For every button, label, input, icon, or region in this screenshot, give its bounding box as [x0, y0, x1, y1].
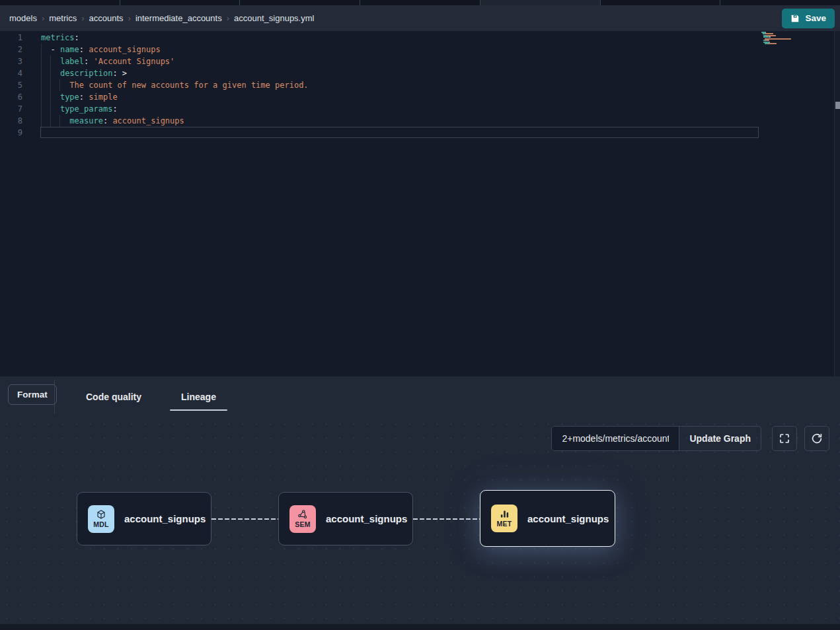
minimap-line	[761, 42, 804, 43]
code-line[interactable]: 6 type: simple	[0, 91, 840, 103]
code-line[interactable]: 2 - name: account_signups	[0, 44, 840, 55]
line-number: 7	[0, 103, 22, 115]
bottom-panel: Format Code qualityLineage Update Graph	[0, 376, 840, 630]
save-button-label: Save	[805, 13, 826, 23]
cube-badge: MDL	[88, 505, 114, 533]
code-line[interactable]: 7 type_params:	[0, 103, 840, 115]
top-tab-3[interactable]	[360, 0, 480, 5]
line-number: 8	[0, 115, 22, 127]
top-tab-1[interactable]	[120, 0, 241, 5]
code-line[interactable]: 5 The count of new accounts for a given …	[0, 79, 840, 91]
code-text: type: simple	[41, 91, 118, 103]
top-tab-6[interactable]	[720, 0, 840, 5]
node-label: account_signups	[326, 513, 407, 524]
node-label: account_signups	[527, 513, 609, 524]
top-tab-0[interactable]	[0, 0, 120, 5]
line-number: 2	[0, 44, 22, 55]
editor-tab-strip	[0, 0, 840, 5]
code-line[interactable]: 1metrics:	[0, 32, 840, 44]
code-text: metrics:	[41, 32, 79, 44]
line-number: 3	[0, 55, 22, 67]
lineage-canvas[interactable]: Update Graph MDLaccount_signupsSEMaccoun	[0, 417, 840, 624]
fullscreen-button[interactable]	[772, 426, 797, 451]
lineage-edge	[413, 518, 480, 520]
badge-label: MDL	[93, 520, 109, 528]
breadcrumb-separator-icon: ›	[128, 13, 131, 23]
lineage-node-sem[interactable]: SEMaccount_signups	[278, 492, 413, 545]
refresh-button[interactable]	[804, 426, 829, 451]
indent-guide	[50, 55, 51, 127]
breadcrumb-bar: models›metrics›accounts›intermediate_acc…	[0, 5, 840, 31]
tab-label: Lineage	[181, 392, 216, 402]
minimap-line	[761, 36, 804, 38]
minimap-line	[761, 32, 804, 33]
minimap-line	[761, 43, 804, 44]
minimap-line	[761, 35, 804, 36]
line-number: 1	[0, 32, 22, 44]
refresh-icon	[811, 433, 823, 444]
code-text: description: >	[41, 67, 127, 79]
lineage-node-met[interactable]: METaccount_signups	[480, 490, 615, 547]
code-text: type_params:	[41, 103, 118, 115]
save-icon	[790, 14, 800, 23]
node-label: account_signups	[124, 513, 206, 524]
panel-divider	[54, 380, 55, 414]
top-tab-4[interactable]	[480, 0, 601, 5]
breadcrumb: models›metrics›accounts›intermediate_acc…	[9, 13, 317, 23]
breadcrumb-item[interactable]: models	[9, 13, 37, 23]
minimap-line	[761, 33, 804, 34]
code-line[interactable]: 3 label: 'Account Signups'	[0, 55, 840, 67]
indent-guide	[59, 115, 60, 127]
breadcrumb-item[interactable]: account_signups.yml	[234, 13, 314, 23]
bar-chart-icon	[500, 509, 510, 519]
breadcrumb-separator-icon: ›	[42, 13, 44, 23]
bar-chart-badge: MET	[491, 505, 517, 532]
breadcrumb-separator-icon: ›	[227, 13, 229, 23]
minimap-line	[761, 40, 804, 41]
code-text: label: 'Account Signups'	[41, 55, 174, 67]
share-nodes-badge: SEM	[289, 505, 316, 533]
line-number: 6	[0, 91, 22, 103]
indent-guide	[59, 79, 60, 91]
cube-icon	[96, 509, 106, 520]
lineage-selector-group: Update Graph	[551, 426, 761, 451]
indent-guide	[41, 44, 42, 127]
tab-label: Code quality	[86, 392, 141, 402]
lineage-node-mdl[interactable]: MDLaccount_signups	[77, 492, 211, 545]
badge-label: SEM	[295, 520, 311, 528]
line-number: 5	[0, 79, 22, 91]
code-text: The count of new accounts for a given ti…	[41, 79, 309, 91]
share-nodes-icon	[297, 509, 308, 520]
breadcrumb-separator-icon: ›	[81, 13, 84, 23]
save-button[interactable]: Save	[782, 9, 835, 28]
code-text: measure: account_signups	[41, 115, 184, 127]
panel-bottom-strip	[0, 624, 840, 630]
badge-label: MET	[496, 520, 512, 528]
tab-code-quality[interactable]: Code quality	[66, 376, 161, 417]
minimap[interactable]	[761, 32, 804, 45]
code-text: - name: account_signups	[41, 44, 161, 55]
minimap-line	[761, 38, 804, 40]
code-editor[interactable]: 1metrics:2 - name: account_signups3 labe…	[0, 31, 840, 376]
line-number: 9	[0, 127, 22, 139]
code-lines: 1metrics:2 - name: account_signups3 labe…	[0, 31, 840, 139]
breadcrumb-item[interactable]: intermediate_accounts	[135, 13, 222, 23]
scrollbar-thumb[interactable]	[835, 102, 840, 109]
format-button[interactable]: Format	[8, 384, 57, 405]
tab-lineage[interactable]: Lineage	[161, 376, 236, 417]
lineage-selector-input[interactable]	[552, 427, 679, 450]
panel-tabs: Code qualityLineage	[66, 376, 236, 417]
active-line-highlight	[40, 127, 759, 138]
lineage-edge	[211, 518, 278, 520]
top-tab-5[interactable]	[601, 0, 721, 5]
breadcrumb-item[interactable]: accounts	[89, 13, 124, 23]
line-number: 4	[0, 67, 22, 79]
ide-window: models›metrics›accounts›intermediate_acc…	[0, 0, 840, 630]
update-graph-button[interactable]: Update Graph	[679, 427, 761, 450]
breadcrumb-item[interactable]: metrics	[49, 13, 77, 23]
fullscreen-icon	[779, 433, 790, 444]
editor-scrollbar[interactable]	[834, 31, 840, 376]
code-line[interactable]: 8 measure: account_signups	[0, 115, 840, 127]
top-tab-2[interactable]	[240, 0, 360, 5]
code-line[interactable]: 4 description: >	[0, 67, 840, 79]
